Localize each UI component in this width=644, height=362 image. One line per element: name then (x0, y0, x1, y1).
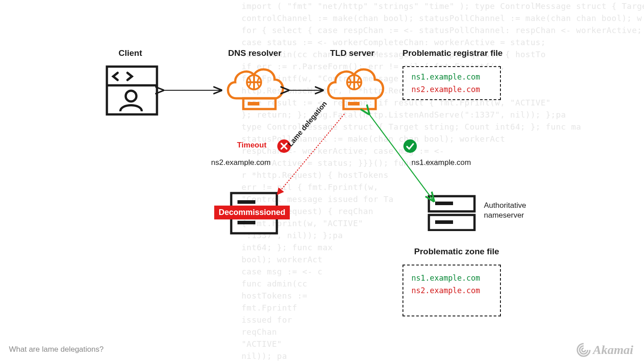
svg-line-2 (277, 114, 344, 194)
connectors-svg (0, 0, 644, 362)
svg-line-3 (369, 114, 434, 201)
